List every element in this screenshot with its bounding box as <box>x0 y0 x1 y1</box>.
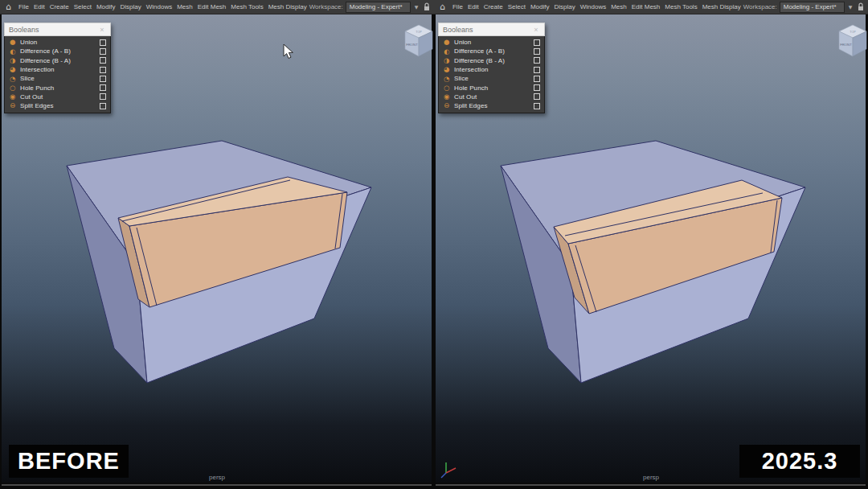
option-box[interactable] <box>100 48 106 55</box>
view-cube-front-label: FRONT <box>406 43 418 47</box>
screenshot-root: ⌂ File Edit Create Select Modify Display… <box>0 0 868 489</box>
workspace-dropdown[interactable]: Modeling - Expert* <box>780 2 845 13</box>
menu-item-split-edges[interactable]: ⊖ Split Edges <box>439 101 544 110</box>
menu-item-hole-punch[interactable]: ○ Hole Punch <box>5 83 110 92</box>
after-pane: ⌂ File Edit Create Select Modify Display… <box>434 0 868 489</box>
menu-display[interactable]: Display <box>551 3 577 10</box>
menu-select[interactable]: Select <box>506 3 528 10</box>
option-box[interactable] <box>534 48 540 55</box>
menu-edit[interactable]: Edit <box>465 3 481 10</box>
booleans-menu-header[interactable]: Booleans × <box>438 23 545 36</box>
option-box[interactable] <box>100 57 106 64</box>
viewport-frame-line <box>436 484 866 486</box>
menu-item-difference-a-b[interactable]: ◐ Difference (A - B) <box>5 47 110 55</box>
menu-windows[interactable]: Windows <box>578 3 608 10</box>
workspace-label: Workspace: <box>309 3 343 10</box>
option-box[interactable] <box>534 84 540 91</box>
lock-icon[interactable] <box>424 2 430 11</box>
menu-item-intersection[interactable]: ◕ Intersection <box>5 65 110 74</box>
menu-mesh[interactable]: Mesh <box>608 3 629 10</box>
menu-modify[interactable]: Modify <box>94 3 118 10</box>
option-box[interactable] <box>100 103 106 109</box>
menu-windows[interactable]: Windows <box>144 3 174 10</box>
menu-item-difference-a-b[interactable]: ◐ Difference (A - B) <box>439 47 544 55</box>
version-annotation: 2025.3 <box>739 445 860 478</box>
split-edges-icon: ⊖ <box>10 102 20 109</box>
slice-icon: ◔ <box>444 76 454 83</box>
menu-mesh-display[interactable]: Mesh Display <box>266 3 309 10</box>
menu-item-difference-b-a[interactable]: ◑ Difference (B - A) <box>5 56 110 65</box>
view-cube[interactable]: FRONT TOP <box>838 24 867 61</box>
menu-bar: ⌂ File Edit Create Select Modify Display… <box>0 0 434 14</box>
menu-edit[interactable]: Edit <box>31 3 47 10</box>
before-pane: ⌂ File Edit Create Select Modify Display… <box>0 0 434 489</box>
option-box[interactable] <box>100 84 106 91</box>
booleans-menu-panel: Booleans × ● Union ◐ Difference (A - B) … <box>4 23 111 113</box>
difference-a-b-icon: ◐ <box>444 48 454 55</box>
view-cube-top-label: TOP <box>416 31 422 34</box>
close-icon[interactable]: × <box>98 26 106 34</box>
booleans-menu-header[interactable]: Booleans × <box>4 23 111 36</box>
option-box[interactable] <box>534 93 540 100</box>
booleans-menu-title: Booleans <box>9 26 98 34</box>
menu-mesh-tools[interactable]: Mesh Tools <box>662 3 699 10</box>
before-annotation: BEFORE <box>9 445 129 478</box>
menu-item-union[interactable]: ● Union <box>5 38 110 47</box>
menu-display[interactable]: Display <box>117 3 143 10</box>
difference-a-b-icon: ◐ <box>10 48 20 55</box>
intersection-icon: ◕ <box>444 66 454 73</box>
close-icon[interactable]: × <box>532 26 540 34</box>
mouse-cursor <box>283 44 296 60</box>
difference-b-a-icon: ◑ <box>444 57 454 64</box>
lock-icon[interactable] <box>858 2 864 11</box>
menu-mesh-display[interactable]: Mesh Display <box>700 3 743 10</box>
viewport-frame-line <box>2 484 432 486</box>
menu-item-union[interactable]: ● Union <box>439 38 544 47</box>
option-box[interactable] <box>100 76 106 82</box>
menu-edit-mesh[interactable]: Edit Mesh <box>629 3 663 10</box>
hole-punch-icon: ○ <box>10 84 20 92</box>
menu-file[interactable]: File <box>450 3 465 10</box>
option-box[interactable] <box>100 93 106 100</box>
menu-item-cut-out[interactable]: ◉ Cut Out <box>439 92 544 101</box>
workspace-dropdown[interactable]: Modeling - Expert* <box>346 2 411 13</box>
union-icon: ● <box>444 39 454 46</box>
workspace-label: Workspace: <box>743 3 777 10</box>
menu-item-hole-punch[interactable]: ○ Hole Punch <box>439 83 544 92</box>
hole-punch-icon: ○ <box>444 84 454 92</box>
difference-b-a-icon: ◑ <box>10 57 20 64</box>
menu-create[interactable]: Create <box>47 3 72 10</box>
menu-select[interactable]: Select <box>72 3 94 10</box>
option-box[interactable] <box>534 76 540 82</box>
menu-item-intersection[interactable]: ◕ Intersection <box>439 65 544 74</box>
chevron-down-icon[interactable]: ▼ <box>846 2 854 12</box>
option-box[interactable] <box>534 67 540 73</box>
chevron-down-icon[interactable]: ▼ <box>412 2 420 12</box>
option-box[interactable] <box>534 39 540 46</box>
menu-item-slice[interactable]: ◔ Slice <box>439 74 544 83</box>
option-box[interactable] <box>534 103 540 109</box>
option-box[interactable] <box>100 39 106 46</box>
menu-mesh[interactable]: Mesh <box>174 3 195 10</box>
cut-out-icon: ◉ <box>10 93 20 101</box>
menu-file[interactable]: File <box>16 3 31 10</box>
view-cube[interactable]: FRONT TOP <box>404 24 433 61</box>
option-box[interactable] <box>534 57 540 64</box>
menu-item-slice[interactable]: ◔ Slice <box>5 74 110 83</box>
option-box[interactable] <box>100 67 106 73</box>
menu-modify[interactable]: Modify <box>528 3 552 10</box>
view-cube-front-label: FRONT <box>840 43 852 47</box>
home-icon[interactable]: ⌂ <box>440 2 445 11</box>
booleans-menu-title: Booleans <box>443 26 532 34</box>
intersection-icon: ◕ <box>10 66 20 73</box>
menu-mesh-tools[interactable]: Mesh Tools <box>228 3 265 10</box>
menu-item-cut-out[interactable]: ◉ Cut Out <box>5 92 110 101</box>
menu-item-split-edges[interactable]: ⊖ Split Edges <box>5 101 110 110</box>
menu-item-difference-b-a[interactable]: ◑ Difference (B - A) <box>439 56 544 65</box>
home-icon[interactable]: ⌂ <box>6 2 11 11</box>
menu-create[interactable]: Create <box>481 3 506 10</box>
booleans-menu-body: ● Union ◐ Difference (A - B) ◑ Differenc… <box>4 36 111 113</box>
union-icon: ● <box>10 39 20 46</box>
menu-edit-mesh[interactable]: Edit Mesh <box>195 3 229 10</box>
x-axis <box>446 468 456 473</box>
